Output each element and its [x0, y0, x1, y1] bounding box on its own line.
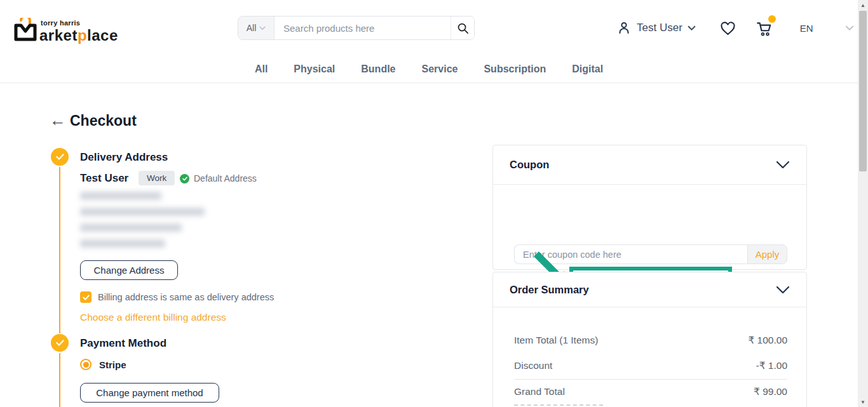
top-header: torry harris arketplace All Test User — [0, 0, 858, 56]
order-summary-panel: Order Summary Item Total (1 Items) ₹ 100… — [492, 272, 807, 407]
coupon-panel-body: Apply Check available coupons — [493, 185, 806, 270]
billing-same-checkbox[interactable] — [80, 291, 92, 303]
stripe-radio[interactable] — [80, 359, 92, 370]
different-billing-link[interactable]: Choose a different billing address — [80, 312, 226, 323]
account-menu[interactable]: Test User — [616, 20, 696, 36]
nav-tab-service[interactable]: Service — [422, 63, 458, 75]
discount-value: -₹ 1.00 — [756, 360, 788, 371]
payment-method-heading: Payment Method — [80, 337, 166, 350]
header-right-cluster: Test User EN — [616, 0, 854, 56]
redacted-address-line — [80, 192, 161, 200]
search-input[interactable] — [275, 17, 451, 39]
summary-row-item-total: Item Total (1 Items) ₹ 100.00 — [514, 335, 787, 346]
page-scrollbar[interactable]: ▲ ▼ — [858, 0, 868, 407]
marketplace-logo[interactable]: torry harris arketplace — [13, 11, 108, 44]
timeline-connector — [59, 353, 60, 407]
address-type-badge: Work — [139, 171, 175, 185]
coupon-code-input[interactable] — [514, 244, 747, 264]
radio-dot — [83, 362, 89, 368]
collapse-chevron-icon[interactable] — [776, 286, 790, 294]
scrollbar-down-arrow[interactable]: ▼ — [858, 397, 868, 407]
redacted-address-line — [80, 224, 182, 232]
nav-tab-bundle[interactable]: Bundle — [361, 63, 395, 75]
wishlist-button[interactable] — [719, 20, 736, 36]
order-summary-heading: Order Summary — [510, 284, 589, 296]
change-payment-button[interactable]: Change payment method — [80, 383, 219, 403]
language-chevron-icon[interactable] — [845, 25, 854, 31]
logo-bag-icon — [13, 18, 38, 42]
change-address-button[interactable]: Change Address — [80, 260, 178, 280]
order-summary-header[interactable]: Order Summary — [493, 272, 806, 307]
summary-divider — [514, 379, 787, 380]
billing-same-checkbox-row[interactable]: Billing address is same as delivery addr… — [80, 291, 274, 303]
check-icon — [83, 295, 90, 300]
delivery-customer-name: Test User — [80, 172, 128, 185]
timeline-connector — [59, 167, 60, 333]
coupon-heading: Coupon — [510, 159, 549, 171]
page-title: Checkout — [70, 112, 137, 130]
redacted-address-line — [80, 239, 165, 248]
stripe-radio-row[interactable]: Stripe — [80, 359, 126, 370]
apply-coupon-button[interactable]: Apply — [747, 244, 787, 264]
check-icon — [56, 340, 64, 346]
logo-wordmark: arketplace — [39, 27, 118, 44]
grand-total-label: Grand Total — [514, 386, 565, 397]
coupon-panel-header[interactable]: Coupon — [493, 145, 806, 185]
cart-button[interactable] — [756, 20, 773, 37]
default-address-label: Default Address — [194, 173, 257, 183]
item-total-value: ₹ 100.00 — [748, 335, 787, 346]
redacted-address-line — [80, 208, 205, 216]
default-address-badge: Default Address — [180, 173, 257, 183]
collapse-chevron-icon[interactable] — [776, 161, 790, 169]
nav-tab-all[interactable]: All — [255, 63, 268, 75]
payment-step-check — [51, 334, 69, 352]
summary-row-grand-total: Grand Total ₹ 99.00 — [514, 386, 787, 397]
order-summary-body: Item Total (1 Items) ₹ 100.00 Discount -… — [493, 307, 806, 407]
nav-tab-physical[interactable]: Physical — [294, 63, 335, 75]
item-total-label: Item Total (1 Items) — [514, 335, 598, 346]
nav-tab-digital[interactable]: Digital — [572, 63, 603, 75]
nav-tab-subscription[interactable]: Subscription — [484, 63, 546, 75]
search-category-value: All — [247, 23, 257, 33]
search-button[interactable] — [451, 17, 474, 39]
coupon-entry-group: Apply — [514, 244, 787, 264]
grand-total-value: ₹ 99.00 — [754, 386, 787, 397]
stripe-label: Stripe — [99, 359, 126, 370]
scrollbar-up-arrow[interactable]: ▲ — [858, 0, 868, 10]
search-bar: All — [238, 16, 475, 40]
user-icon — [616, 20, 632, 36]
summary-row-discount: Discount -₹ 1.00 — [514, 360, 787, 371]
user-name: Test User — [637, 22, 682, 34]
chevron-down-icon — [688, 25, 696, 31]
check-icon — [56, 154, 64, 160]
logo-brand-line: torry harris — [41, 19, 80, 27]
language-selector[interactable]: EN — [800, 23, 813, 34]
delivery-step-check — [51, 148, 69, 166]
default-address-check-icon — [180, 174, 189, 183]
search-icon — [457, 22, 469, 34]
back-arrow-icon[interactable]: ← — [50, 112, 66, 128]
summary-dashed-divider — [514, 404, 603, 406]
chevron-down-icon — [259, 26, 266, 30]
coupon-panel: Coupon Apply Check available coupons — [492, 145, 807, 270]
heart-icon — [719, 20, 736, 36]
cart-badge — [768, 15, 776, 23]
category-nav: All Physical Bundle Service Subscription… — [0, 56, 858, 83]
billing-same-label: Billing address is same as delivery addr… — [98, 292, 274, 302]
scrollbar-thumb[interactable] — [859, 11, 867, 171]
delivery-address-heading: Delivery Address — [80, 151, 168, 164]
discount-label: Discount — [514, 360, 552, 371]
search-category-select[interactable]: All — [238, 17, 275, 39]
